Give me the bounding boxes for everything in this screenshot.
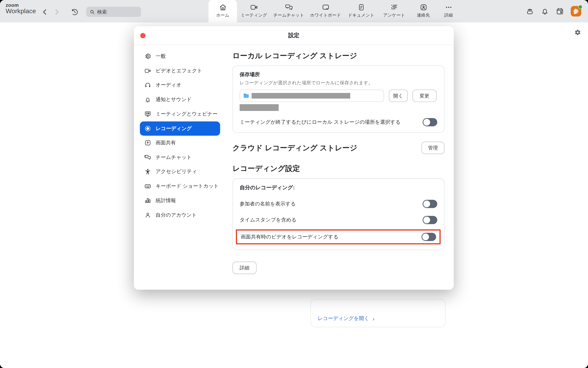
survey-list-icon bbox=[390, 3, 398, 11]
zoom-workplace-window: zoom Workplace 検索 bbox=[0, 0, 588, 368]
open-button[interactable]: 開く bbox=[389, 90, 408, 102]
show-participant-names-label: 参加者の名前を表示する bbox=[240, 201, 296, 207]
avatar[interactable]: 参 bbox=[571, 6, 581, 17]
open-recordings-link[interactable]: レコーディングを開く › bbox=[317, 315, 374, 322]
save-location-field[interactable] bbox=[240, 90, 384, 102]
choose-location-toggle[interactable] bbox=[423, 118, 437, 126]
sidebar-item-statistics[interactable]: 統計情報 bbox=[140, 193, 220, 208]
dialog-header: 設定 bbox=[134, 26, 454, 45]
sidebar-item-my-account[interactable]: 自分のアカウント bbox=[140, 208, 220, 222]
bell-icon bbox=[541, 7, 549, 15]
tab-surveys[interactable]: アンケート bbox=[378, 0, 410, 23]
calendar-button[interactable] bbox=[556, 7, 564, 15]
forward-button[interactable] bbox=[53, 8, 61, 16]
notifications-button[interactable] bbox=[541, 7, 549, 15]
change-button[interactable]: 変更 bbox=[413, 90, 437, 102]
recording-settings-heading: レコーディング設定 bbox=[233, 164, 444, 174]
sidebar-item-screen-share[interactable]: 画面共有 bbox=[140, 136, 220, 150]
recordings-card: レコーディングを開く › bbox=[311, 299, 446, 327]
headphones-icon bbox=[144, 82, 151, 89]
manage-button[interactable]: 管理 bbox=[422, 142, 444, 154]
open-recordings-label: レコーディングを開く bbox=[317, 315, 369, 322]
tab-whiteboard[interactable]: ホワイトボード bbox=[307, 0, 344, 23]
sidebar-item-notifications[interactable]: 通知とサウンド bbox=[140, 92, 220, 107]
sidebar-item-recording[interactable]: レコーディング bbox=[140, 121, 220, 136]
recording-settings-pane: ローカル レコーディング ストレージ 保存場所 レコーディングが選択された場所で… bbox=[224, 45, 454, 289]
dialog-title: 設定 bbox=[288, 32, 299, 39]
bar-chart-icon bbox=[144, 197, 151, 204]
search-input[interactable]: 検索 bbox=[86, 7, 141, 17]
back-button[interactable] bbox=[41, 8, 48, 16]
zoom-workplace-logo: zoom Workplace bbox=[6, 3, 36, 15]
bell-icon bbox=[144, 96, 151, 103]
accessibility-icon bbox=[144, 168, 151, 175]
local-storage-card: 保存場所 レコーディングが選択された場所でローカルに保存されます。 開く 変更 bbox=[233, 65, 444, 133]
home-content: レコーディングを開く › 設定 一般 ビデオとエフェクト bbox=[0, 23, 588, 368]
history-button[interactable] bbox=[71, 8, 79, 16]
person-icon bbox=[144, 212, 151, 219]
record-video-during-share-toggle[interactable] bbox=[422, 233, 436, 241]
sidebar-item-audio[interactable]: オーディオ bbox=[140, 78, 220, 92]
tab-contacts[interactable]: 連絡先 bbox=[410, 0, 436, 23]
include-timestamp-label: タイムスタンプを含める bbox=[240, 217, 296, 223]
sidebar-item-meetings[interactable]: ミーティングとウェビナー bbox=[140, 107, 220, 121]
logo-line1: zoom bbox=[6, 3, 36, 8]
screen-cast-button[interactable] bbox=[526, 7, 534, 15]
status-dot bbox=[578, 5, 582, 9]
app-header: zoom Workplace 検索 bbox=[0, 0, 588, 23]
ellipsis-icon bbox=[445, 3, 452, 11]
sidebar-item-keyboard-shortcuts[interactable]: キーボード ショートカット bbox=[140, 179, 220, 193]
video-camera-icon bbox=[144, 67, 151, 74]
choose-location-toggle-label: ミーティングが終了するたびにローカル ストレージの場所を選択する bbox=[240, 119, 401, 126]
redacted-storage-info bbox=[240, 104, 279, 111]
settings-dialog: 設定 一般 ビデオとエフェクト オーディオ bbox=[134, 26, 454, 290]
screen: zoom Workplace 検索 bbox=[0, 0, 588, 368]
contacts-icon bbox=[420, 3, 427, 11]
sidebar-item-accessibility[interactable]: アクセシビリティ bbox=[140, 165, 220, 179]
settings-gear-button[interactable] bbox=[575, 29, 581, 36]
chevron-right-icon: › bbox=[373, 316, 374, 322]
main-tabs: ホーム ミーティング チームチャット ホワイトボード bbox=[209, 0, 461, 23]
calendar-icon bbox=[556, 7, 564, 15]
tab-meetings[interactable]: ミーティング bbox=[237, 0, 271, 23]
search-placeholder: 検索 bbox=[97, 8, 107, 15]
chat-bubbles-icon bbox=[285, 3, 293, 11]
folder-icon bbox=[243, 93, 249, 98]
logo-line2: Workplace bbox=[6, 8, 36, 15]
cloud-storage-heading: クラウド レコーディング ストレージ bbox=[233, 143, 357, 153]
avatar-initial: 参 bbox=[573, 8, 579, 15]
recording-settings-card: 自分のレコーディング: 参加者の名前を表示する タイムスタンプを含める 画面共有… bbox=[233, 178, 444, 250]
highlighted-setting-row: 画面共有時のビデオをレコーディングする bbox=[236, 230, 441, 244]
close-button[interactable] bbox=[140, 33, 145, 38]
keyboard-icon bbox=[144, 183, 151, 190]
video-camera-icon bbox=[250, 3, 258, 11]
redacted-path bbox=[252, 93, 350, 99]
settings-sidebar: 一般 ビデオとエフェクト オーディオ 通知とサウンド bbox=[134, 45, 224, 289]
save-location-description: レコーディングが選択された場所でローカルに保存されます。 bbox=[240, 80, 437, 86]
chat-bubbles-icon bbox=[144, 154, 151, 161]
save-location-label: 保存場所 bbox=[240, 71, 437, 78]
sidebar-item-team-chat[interactable]: チームチャット bbox=[140, 150, 220, 165]
include-timestamp-toggle[interactable] bbox=[423, 216, 437, 224]
chevron-left-icon bbox=[42, 9, 47, 15]
tab-team-chat[interactable]: チームチャット bbox=[271, 0, 307, 23]
tab-more[interactable]: 詳細 bbox=[437, 0, 461, 23]
share-screen-icon bbox=[144, 139, 151, 146]
clock-history-icon bbox=[71, 8, 79, 16]
tab-home[interactable]: ホーム bbox=[209, 0, 237, 23]
details-button[interactable]: 詳細 bbox=[233, 262, 257, 274]
monitor-grid-icon bbox=[144, 111, 151, 118]
sidebar-item-video[interactable]: ビデオとエフェクト bbox=[140, 64, 220, 78]
header-right-controls: 参 bbox=[526, 6, 581, 17]
local-storage-heading: ローカル レコーディング ストレージ bbox=[233, 51, 444, 61]
screen-cast-icon bbox=[526, 7, 534, 15]
document-icon bbox=[357, 3, 365, 11]
record-circle-icon bbox=[144, 125, 151, 132]
show-participant-names-toggle[interactable] bbox=[423, 200, 437, 208]
tab-docs[interactable]: ドキュメント bbox=[344, 0, 378, 23]
record-video-during-share-label: 画面共有時のビデオをレコーディングする bbox=[241, 233, 339, 240]
sidebar-item-general[interactable]: 一般 bbox=[140, 49, 220, 64]
whiteboard-icon bbox=[322, 3, 329, 11]
chevron-right-icon bbox=[54, 9, 60, 15]
home-icon bbox=[219, 3, 227, 11]
